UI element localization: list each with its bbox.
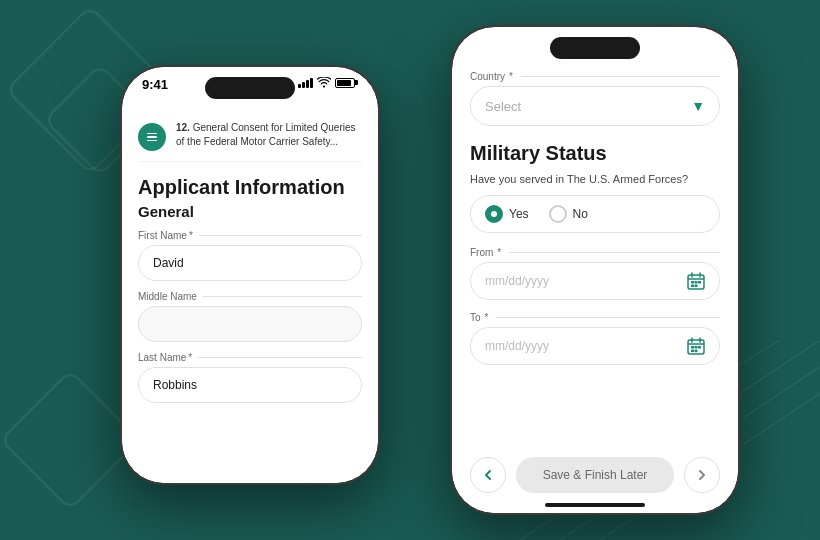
svg-rect-17 [691,346,694,349]
consent-header: 12. General Consent for Limited Queries … [138,111,362,162]
dynamic-island-right [550,37,640,59]
bottom-nav: Save & Finish Later [452,457,738,493]
svg-rect-20 [691,350,694,353]
radio-no[interactable]: No [549,205,588,223]
military-question: Have you served in The U.S. Armed Forces… [470,173,720,185]
radio-yes[interactable]: Yes [485,205,529,223]
svg-rect-12 [695,285,698,288]
from-date-label: From * [470,247,720,258]
consent-icon [138,123,166,151]
last-name-input[interactable]: Robbins [138,367,362,403]
country-field: Country * Select ▼ [470,71,720,126]
svg-rect-21 [695,350,698,353]
country-select[interactable]: Select ▼ [470,86,720,126]
to-date-label: To * [470,312,720,323]
applicant-title: Applicant Information [138,176,362,199]
svg-rect-11 [691,285,694,288]
left-screen-content: 12. General Consent for Limited Queries … [122,111,378,483]
select-placeholder: Select [485,99,521,114]
right-screen-content: Country * Select ▼ Military Status Have … [452,71,738,513]
military-radio-group: Yes No [470,195,720,233]
svg-rect-8 [691,281,694,284]
battery-icon [335,78,358,88]
signal-icon [298,78,313,88]
svg-rect-9 [695,281,698,284]
general-subtitle: General [138,203,362,220]
radio-yes-circle [485,205,503,223]
svg-rect-18 [695,346,698,349]
to-date-input[interactable]: mm/dd/yyyy [470,327,720,365]
radio-no-circle [549,205,567,223]
calendar-icon-from [687,272,705,290]
first-name-input[interactable]: David [138,245,362,281]
middle-name-input[interactable] [138,306,362,342]
to-date-field: To * mm/dd/yyyy [470,312,720,365]
wifi-icon [317,77,331,88]
save-finish-later-button[interactable]: Save & Finish Later [516,457,674,493]
chevron-down-icon: ▼ [691,98,705,114]
right-phone: Country * Select ▼ Military Status Have … [450,25,740,515]
from-date-field: From * mm/dd/yyyy [470,247,720,300]
svg-rect-10 [698,281,701,284]
radio-yes-label: Yes [509,207,529,221]
next-button[interactable] [684,457,720,493]
to-date-placeholder: mm/dd/yyyy [485,339,549,353]
country-label: Country * [470,71,720,82]
military-title: Military Status [470,142,720,165]
middle-name-field: Middle Name [138,291,362,342]
status-time-left: 9:41 [142,77,168,92]
last-name-field: Last Name * Robbins [138,352,362,403]
home-indicator [545,503,645,507]
svg-rect-19 [698,346,701,349]
consent-text: 12. General Consent for Limited Queries … [176,121,362,149]
back-button[interactable] [470,457,506,493]
dynamic-island-left [205,77,295,99]
last-name-label: Last Name * [138,352,362,363]
from-date-input[interactable]: mm/dd/yyyy [470,262,720,300]
hamburger-icon [145,130,159,144]
status-icons-left [298,77,358,88]
from-date-placeholder: mm/dd/yyyy [485,274,549,288]
right-phone-screen: Country * Select ▼ Military Status Have … [452,27,738,513]
first-name-label: First Name * [138,230,362,241]
phones-container: 9:41 [0,0,820,540]
left-phone: 9:41 [120,65,380,485]
middle-name-label: Middle Name [138,291,362,302]
left-phone-screen: 9:41 [122,67,378,483]
first-name-field: First Name * David [138,230,362,281]
calendar-icon-to [687,337,705,355]
radio-no-label: No [573,207,588,221]
